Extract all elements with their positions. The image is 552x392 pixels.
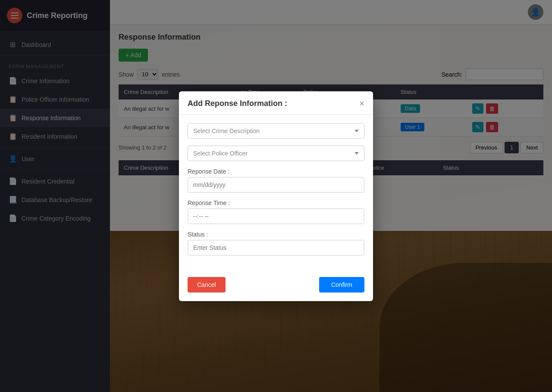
status-input[interactable] bbox=[188, 240, 364, 255]
modal-overlay: Add Reponse Information : × Select Crime… bbox=[110, 0, 552, 392]
status-label: Status : bbox=[188, 231, 364, 238]
reponse-time-input[interactable] bbox=[188, 208, 364, 224]
reponse-time-label: Reponse Time : bbox=[188, 199, 364, 206]
modal-header: Add Reponse Information : × bbox=[179, 91, 373, 115]
confirm-button[interactable]: Confirm bbox=[319, 277, 364, 292]
status-group: Status : bbox=[188, 231, 364, 255]
crime-description-select[interactable]: Select Crime Description bbox=[188, 123, 364, 139]
police-officer-select[interactable]: Select Police Officer bbox=[188, 146, 364, 161]
crime-description-group: Select Crime Description bbox=[188, 123, 364, 139]
modal-close-button[interactable]: × bbox=[359, 99, 364, 108]
reponse-time-group: Reponse Time : bbox=[188, 199, 364, 224]
reponse-date-input[interactable] bbox=[188, 177, 364, 193]
cancel-button[interactable]: Cancel bbox=[188, 277, 226, 292]
police-officer-group: Select Police Officer bbox=[188, 146, 364, 161]
modal-title: Add Reponse Information : bbox=[188, 99, 287, 108]
main-content: 👤 Response Information + Add Show 10 25 … bbox=[110, 0, 552, 392]
reponse-date-group: Reponse Date : bbox=[188, 168, 364, 193]
modal-body: Select Crime Description Select Police O… bbox=[179, 115, 373, 271]
reponse-date-label: Reponse Date : bbox=[188, 168, 364, 175]
modal-footer: Cancel Confirm bbox=[179, 271, 373, 301]
modal: Add Reponse Information : × Select Crime… bbox=[179, 91, 373, 301]
